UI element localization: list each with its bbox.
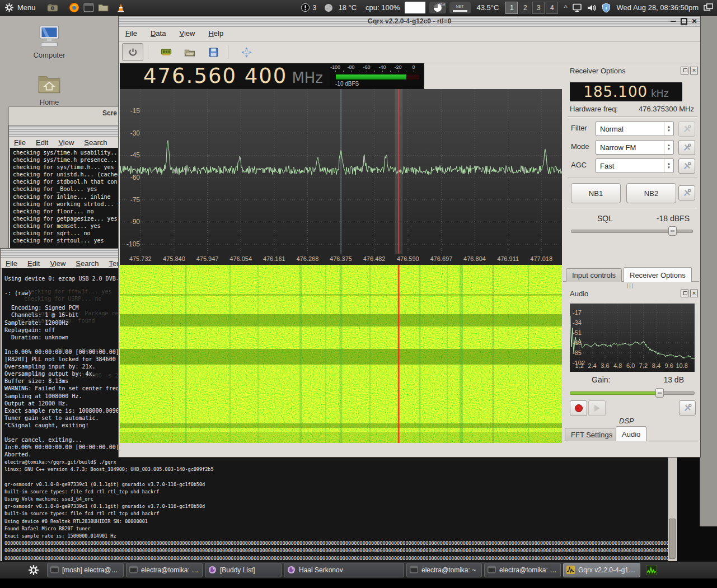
gear-menu-icon [4,3,14,12]
menu-item-file[interactable]: File [1,258,22,269]
terminal-launcher-icon[interactable] [83,2,95,13]
spin-arrows-icon[interactable]: ▲▼ [664,122,673,136]
alert-icon[interactable] [299,2,311,13]
ghost-text: View Search [58,347,102,354]
record-button[interactable] [570,400,587,416]
show-desktop-gear-icon[interactable] [28,564,39,576]
close-button[interactable]: ✕ [691,18,698,25]
power-button[interactable] [122,43,143,61]
vlc-launcher-icon[interactable] [115,2,126,13]
frequency-display[interactable]: 476.560 400 MHz [120,63,330,89]
tab-input-controls[interactable]: Input controls [566,268,622,282]
window-selector-icon[interactable] [702,2,714,13]
taskbar-button[interactable]: electra@tomika: ~/... [484,563,561,577]
audio-spectrum-plot[interactable]: -17-34-51-68-85-102 1.22.43.64.86.07.28.… [570,304,695,372]
play-button [588,400,606,416]
gqrx-window[interactable]: Gqrx v2.2.0-4-g12c0 - rtl=0 ✕ FileDataVi… [118,16,701,458]
gqrx-titlebar[interactable]: Gqrx v2.2.0-4-g12c0 - rtl=0 ✕ [119,16,700,27]
terminal-content[interactable]: checking sys/time.h usability... checkin… [10,148,119,250]
workspace-4[interactable]: 4 [546,2,558,14]
devices-button[interactable] [156,44,176,60]
taskbar-button[interactable]: [Buddy List] [205,563,282,577]
menu-item-file[interactable]: File [119,27,144,40]
tab-audio[interactable]: Audio [616,426,646,441]
spin-arrows-icon[interactable]: ▲▼ [664,159,673,172]
volume-icon[interactable] [586,2,597,13]
maximize-button[interactable] [680,18,687,25]
taskbar-button[interactable]: Haal Serkonov [284,563,404,577]
filter-select[interactable]: Normal ▲▼ [596,122,674,136]
agc-config-button[interactable] [678,158,695,174]
workspace-3[interactable]: 3 [532,2,545,14]
dock-splitter-handle[interactable]: ||| [627,283,634,288]
spin-arrows-icon[interactable]: ▲▼ [664,141,673,154]
desktop-icon-home[interactable]: Home [18,72,80,106]
nb1-button[interactable]: NB1 [571,183,621,203]
channel-frequency-value[interactable]: 185.100 [583,82,648,101]
mem-applet[interactable]: MEM [429,2,446,13]
collapse-arrow-icon[interactable]: ^ [564,3,567,12]
menu-button[interactable]: Menu [4,3,36,12]
tab-receiver-options[interactable]: Receiver Options [624,267,692,282]
spectrum-plot[interactable]: -15-30-45-60-75-90-105 [120,89,562,254]
audio-config-button[interactable] [679,400,696,416]
terminal-window-build[interactable]: FileEditViewSearch checking sys/time.h u… [8,125,120,250]
menu-item-help[interactable]: Help [201,27,230,40]
nb-config-button[interactable] [678,185,695,200]
nb2-button[interactable]: NB2 [626,183,676,203]
background-window-edge [700,16,717,526]
menu-item-data[interactable]: Data [144,27,172,40]
clock[interactable]: Wed Aug 28, 08:36:50pm [617,3,699,12]
freq-axis-label: 476.161 [259,255,290,262]
menu-item-search[interactable]: Search [71,258,104,269]
save-button[interactable] [203,44,223,60]
menu-item-view[interactable]: View [172,27,201,40]
menu-item-view[interactable]: View [45,258,71,269]
tray-spectrum-icon[interactable] [646,564,657,576]
dock-close-icon[interactable]: ✕ [690,290,698,297]
minimize-button[interactable] [669,18,677,25]
menu-item-file[interactable]: File [9,137,31,148]
workspace-1[interactable]: 1 [505,2,518,14]
channel-frequency-display[interactable]: 185.100 kHz [570,82,682,101]
security-shield-icon[interactable]: i [601,2,612,13]
meter-tick-label: -40 [378,64,386,70]
frequency-value[interactable]: 476.560 400 [143,63,287,89]
taskbar-button[interactable]: electra@tomika: ~ [406,563,482,577]
dock-float-icon[interactable] [681,67,688,74]
open-button[interactable] [180,44,200,60]
freq-axis-label: 476.804 [459,255,490,262]
pan-button[interactable] [236,44,256,60]
dock-close-icon[interactable]: ✕ [690,67,698,74]
scrollbar-thumb[interactable] [669,519,676,559]
freq-axis-label: 476.375 [325,255,357,262]
taskbar-button[interactable]: Gqrx v2.2.0-4-g12... [563,563,640,577]
squelch-slider[interactable] [571,226,693,235]
agc-select[interactable]: Fast ▲▼ [596,158,674,173]
file-manager-launcher-icon[interactable] [98,2,109,13]
ghost-text: rtl_fm -d 0 -f 145175000 -s 2 [21,372,119,379]
gain-slider[interactable] [570,388,695,396]
terminal-titlebar[interactable] [9,125,119,137]
desktop-icon-computer[interactable]: Computer [18,25,80,59]
menu-item-edit[interactable]: Edit [31,137,53,148]
menu-item-search[interactable]: Search [79,137,112,148]
menu-item-edit[interactable]: Edit [22,258,45,269]
net-applet[interactable]: NET [449,2,471,13]
tab-fft-settings[interactable]: FFT Settings [565,428,618,441]
terminal-output: electra@tomika:~/gqrx.git/build$ ./gqrx … [4,459,668,562]
menu-item-view[interactable]: View [53,137,79,148]
mode-select[interactable]: Narrow FM ▲▼ [596,140,674,155]
weather-moon-icon[interactable] [323,2,334,13]
cpu-graph[interactable] [405,2,425,13]
display-icon[interactable] [571,2,583,13]
filter-config-button [678,122,695,137]
screenshot-launcher-icon[interactable] [47,2,58,13]
dock-float-icon[interactable] [681,290,688,297]
waterfall[interactable] [120,265,562,443]
mode-config-button[interactable] [678,140,695,155]
workspace-2[interactable]: 2 [519,2,531,14]
taskbar-button[interactable]: electra@tomika: ~/... [126,563,203,577]
firefox-launcher-icon[interactable] [69,2,80,13]
taskbar-button[interactable]: [mosh] electra@sa... [47,563,124,577]
